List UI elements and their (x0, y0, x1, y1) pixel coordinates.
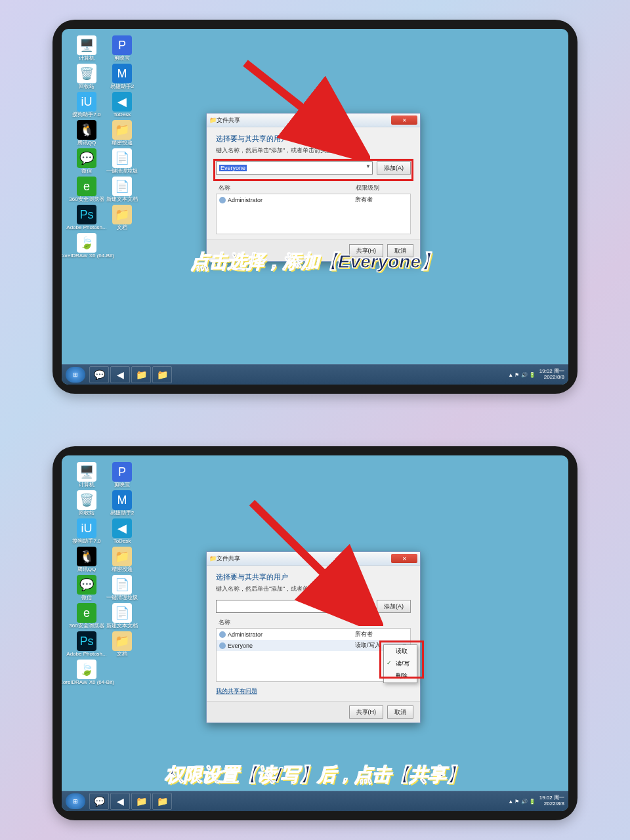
icon-label: ToDesk (114, 539, 131, 544)
tray-icons[interactable]: ▲ ⚑ 🔊 🔋 (508, 372, 536, 378)
icon-label: 计算机 (79, 482, 94, 488)
desktop-icon[interactable]: 💬微信 (74, 575, 100, 600)
app-icon: 📄 (112, 177, 132, 196)
desktop-icon[interactable]: iU搜狗助手7.0 (74, 92, 100, 117)
close-icon[interactable]: ✕ (391, 116, 417, 125)
desktop-icon[interactable]: ◀ToDesk (109, 518, 135, 544)
table-row[interactable]: Administrator 所有者 (217, 629, 410, 640)
table-row[interactable]: Administrator 所有者 (217, 194, 410, 205)
add-button[interactable]: 添加(A) (377, 161, 411, 175)
caption-top: 点击选择，添加【Everyone】 (62, 249, 568, 274)
desktop-icon[interactable]: 🗑️回收站 (74, 64, 100, 89)
app-icon: 💬 (77, 148, 96, 168)
dialog-subtext: 键入名称，然后单击"添加"，或者单击箭头查找用户。 (216, 146, 411, 155)
help-link[interactable]: 我的共享有问题 (216, 687, 257, 696)
start-button[interactable]: ⊞ (66, 793, 85, 809)
icon-label: 计算机 (79, 56, 94, 61)
icon-label: ToDesk (114, 112, 131, 117)
user-icon (219, 197, 226, 203)
taskbar-2[interactable]: ⊞ 💬 ◀ 📁 📁 ▲ ⚑ 🔊 🔋 19:02 周一2022/8/8 (62, 791, 568, 811)
taskbar-1[interactable]: ⊞ 💬 ◀ 📁 📁 ▲ ⚑ 🔊 🔋 19:02 周一2022/8/8 (62, 364, 568, 385)
icon-label: 剪映宝 (114, 56, 130, 61)
desktop-icon[interactable]: ◀ToDesk (109, 92, 135, 117)
desktop-icon[interactable]: M易捷助手2 (109, 64, 135, 89)
clock[interactable]: 19:02 周一2022/8/8 (539, 369, 564, 381)
dialog-subtext: 键入名称，然后单击"添加"，或者单击箭头查找用户。 (216, 585, 411, 593)
app-icon: M (112, 64, 132, 83)
desktop-icon[interactable]: 🗑️回收站 (74, 490, 100, 516)
desktop-icon[interactable]: 🍃CorelDRAW X6 (64-Bit) (74, 660, 100, 685)
app-icon: 📄 (112, 575, 132, 595)
highlighted-add-row: Everyone 添加(A) (213, 159, 413, 181)
icon-label: Adobe Photosh... (66, 652, 106, 657)
table-row-everyone[interactable]: Everyone 读取/写入▼ (217, 640, 410, 651)
desktop-icon[interactable]: 📁精密投递 (109, 120, 135, 146)
task-folder[interactable]: 📁 (131, 793, 151, 810)
col-perm: 权限级别 (356, 618, 408, 627)
tray-icons[interactable]: ▲ ⚑ 🔊 🔋 (508, 799, 536, 805)
task-folder[interactable]: 📁 (131, 366, 151, 383)
desktop-icon[interactable]: 📁精密投递 (109, 547, 135, 572)
task-wechat[interactable]: 💬 (89, 793, 109, 810)
app-icon: 📁 (112, 631, 132, 651)
desktop-icon[interactable]: M易捷助手2 (109, 490, 135, 516)
dialog-titlebar[interactable]: 📁 文件共享 ✕ (207, 552, 420, 566)
desktop-screen-2: 🖥️计算机P剪映宝🗑️回收站M易捷助手2iU搜狗助手7.0◀ToDesk🐧腾讯Q… (62, 455, 568, 811)
task-folder2[interactable]: 📁 (152, 793, 172, 810)
desktop-icon[interactable]: PsAdobe Photosh... (74, 205, 100, 230)
desktop-icon[interactable]: 📄新建文本文档 (109, 603, 135, 629)
desktop-icon[interactable]: P剪映宝 (109, 462, 135, 488)
app-icon: 🖥️ (77, 35, 96, 55)
desktop-icon[interactable]: iU搜狗助手7.0 (74, 518, 100, 544)
icon-label: 剪映宝 (114, 482, 130, 488)
desktop-icon[interactable]: 💬微信 (74, 148, 100, 174)
desktop-icon[interactable]: e360安全浏览器 (74, 177, 100, 202)
desktop-icon[interactable]: 📄一键清理垃圾 (109, 575, 135, 600)
icon-label: 腾讯QQ (77, 140, 96, 146)
app-icon: iU (77, 518, 96, 538)
app-icon: 🗑️ (77, 490, 96, 510)
desktop-icon[interactable]: 📁文档 (109, 205, 135, 230)
add-button[interactable]: 添加(A) (377, 600, 411, 613)
dialog-title: 文件共享 (217, 555, 240, 563)
share-button[interactable]: 共享(H) (349, 705, 384, 719)
desktop-icon[interactable]: 📄新建文本文档 (109, 177, 135, 202)
desktop-icon[interactable]: 📁文档 (109, 631, 135, 657)
icon-label: 文档 (117, 652, 127, 657)
menu-item-remove[interactable]: 删除 (384, 670, 417, 682)
desktop-icon[interactable]: P剪映宝 (109, 35, 135, 61)
task-wechat[interactable]: 💬 (89, 366, 109, 383)
icon-label: 回收站 (79, 511, 94, 516)
user-combo[interactable]: Everyone (216, 161, 373, 175)
desktop-icon[interactable]: 🐧腾讯QQ (74, 547, 100, 572)
desktop-icon[interactable]: PsAdobe Photosh... (74, 631, 100, 657)
user-list-1: Administrator 所有者 (216, 194, 411, 234)
cancel-button[interactable]: 取消 (387, 705, 413, 719)
task-folder2[interactable]: 📁 (152, 366, 172, 383)
icon-label: 搜狗助手7.0 (72, 539, 100, 544)
app-icon: ◀ (112, 92, 132, 112)
desktop-icon[interactable]: e360安全浏览器 (74, 603, 100, 629)
desktop-icon[interactable]: 🖥️计算机 (74, 462, 100, 488)
app-icon: 📄 (112, 603, 132, 623)
start-button[interactable]: ⊞ (66, 367, 85, 383)
combo-selected: Everyone (219, 165, 247, 171)
icon-label: 微信 (81, 169, 92, 174)
user-icon (219, 642, 226, 649)
menu-item-rw[interactable]: 读/写 (384, 658, 417, 670)
task-todesk[interactable]: ◀ (110, 366, 130, 383)
icon-label: 易捷助手2 (110, 84, 134, 89)
icon-label: 腾讯QQ (77, 567, 96, 572)
dialog-titlebar[interactable]: 📁 文件共享 ✕ (207, 114, 420, 127)
menu-item-read[interactable]: 读取 (384, 645, 417, 658)
icon-label: 360安全浏览器 (69, 623, 104, 629)
desktop-icon[interactable]: 📄一键清理垃圾 (109, 148, 135, 174)
file-sharing-dialog-2: 📁 文件共享 ✕ 选择要与其共享的用户 键入名称，然后单击"添加"，或者单击箭头… (206, 551, 421, 723)
user-combo[interactable] (216, 600, 373, 613)
close-icon[interactable]: ✕ (391, 554, 417, 563)
desktop-icon[interactable]: 🐧腾讯QQ (74, 120, 100, 146)
task-todesk[interactable]: ◀ (110, 793, 130, 810)
desktop-icon[interactable]: 🖥️计算机 (74, 35, 100, 61)
app-icon: 📁 (112, 205, 132, 224)
clock[interactable]: 19:02 周一2022/8/8 (539, 795, 564, 807)
